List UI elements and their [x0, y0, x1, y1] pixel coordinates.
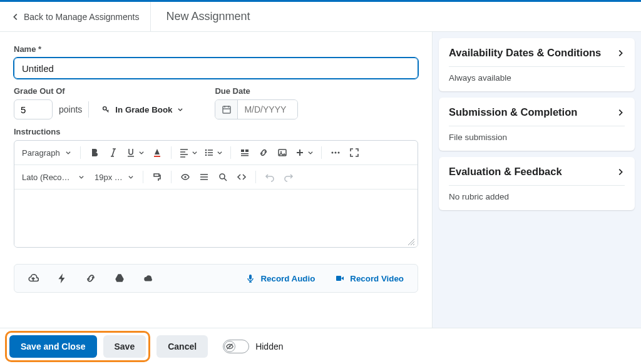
insert-icon — [240, 148, 250, 158]
availability-title: Availability Dates & Conditions — [449, 47, 601, 59]
insert-more-button[interactable] — [292, 144, 316, 161]
chevron-right-icon — [616, 108, 625, 117]
divider — [88, 101, 89, 118]
image-icon — [277, 148, 287, 158]
font-size-select[interactable]: 19px … — [90, 168, 138, 186]
editor-body[interactable] — [14, 190, 418, 247]
attach-link-button[interactable] — [82, 270, 100, 287]
footer-bar: Save and Close Save Cancel Hidden — [0, 328, 641, 364]
due-date-input[interactable] — [238, 100, 297, 119]
back-label: Back to Manage Assignments — [24, 12, 139, 22]
video-icon — [335, 273, 345, 283]
onedrive-button[interactable] — [140, 270, 157, 287]
find-replace-button[interactable] — [214, 168, 232, 186]
font-family-select[interactable]: Lato (Recom… — [17, 168, 88, 186]
image-button[interactable] — [274, 144, 291, 161]
record-video-button[interactable]: Record Video — [331, 273, 408, 284]
redo-button[interactable] — [280, 168, 297, 186]
hr-icon — [199, 172, 209, 182]
link-icon — [85, 273, 96, 284]
google-drive-icon — [114, 273, 125, 284]
rich-text-editor: Paragraph Lato (Recom… 19p — [14, 140, 418, 248]
chevron-down-icon — [307, 149, 314, 156]
google-drive-button[interactable] — [111, 270, 128, 287]
mic-icon — [245, 273, 255, 283]
format-painter-button[interactable] — [148, 168, 166, 186]
link-button[interactable] — [255, 144, 272, 161]
evaluation-status: No rubric added — [449, 192, 625, 201]
evaluation-panel[interactable]: Evaluation & Feedback No rubric added — [439, 157, 635, 210]
undo-button[interactable] — [261, 168, 279, 186]
grade-input[interactable] — [14, 99, 53, 119]
align-icon — [179, 148, 189, 158]
chevron-left-icon — [11, 13, 20, 21]
instructions-label: Instructions — [14, 127, 418, 136]
fullscreen-button[interactable] — [346, 144, 363, 161]
accessibility-check-button[interactable] — [177, 168, 194, 186]
chevron-down-icon — [65, 149, 71, 156]
chevron-down-icon — [128, 174, 134, 180]
due-date-field[interactable] — [215, 99, 298, 119]
back-to-manage-link[interactable]: Back to Manage Assignments — [0, 2, 151, 31]
calendar-icon — [215, 100, 238, 119]
submission-panel[interactable]: Submission & Completion File submission — [439, 98, 635, 151]
page-title: New Assignment — [151, 10, 265, 23]
save-button[interactable]: Save — [103, 335, 146, 358]
quicklink-button[interactable] — [53, 270, 71, 287]
chevron-right-icon — [616, 49, 625, 58]
source-code-button[interactable] — [233, 168, 250, 186]
visibility-toggle[interactable] — [223, 340, 249, 353]
visibility-label: Hidden — [255, 341, 283, 351]
key-icon — [101, 105, 110, 114]
more-icon — [331, 148, 341, 158]
italic-button[interactable] — [105, 144, 122, 161]
italic-icon — [108, 148, 118, 158]
more-actions-button[interactable] — [327, 144, 344, 161]
grade-unit: points — [59, 104, 82, 114]
font-color-button[interactable] — [148, 144, 166, 161]
align-button[interactable] — [177, 144, 200, 161]
gradebook-dropdown[interactable]: In Grade Book — [95, 99, 190, 119]
eye-slash-icon — [225, 342, 234, 351]
attachments-bar: Record Audio Record Video — [14, 264, 418, 293]
upload-button[interactable] — [24, 270, 42, 287]
assignment-form: Name * Grade Out Of points In Grade Book — [0, 32, 432, 328]
underline-icon — [126, 148, 136, 158]
cloud-upload-icon — [28, 273, 39, 284]
name-input[interactable] — [14, 58, 418, 79]
paint-icon — [152, 172, 162, 182]
availability-status: Always available — [449, 73, 625, 83]
cancel-button[interactable]: Cancel — [156, 335, 208, 358]
font-color-icon — [152, 148, 162, 158]
chevron-down-icon — [177, 106, 183, 113]
undo-icon — [265, 172, 275, 182]
chevron-down-icon — [138, 149, 145, 156]
header-bar: Back to Manage Assignments New Assignmen… — [0, 2, 641, 32]
gradebook-label: In Grade Book — [115, 105, 172, 114]
bolt-icon — [56, 273, 68, 284]
resizer-icon — [408, 238, 415, 246]
search-icon — [218, 172, 228, 182]
fullscreen-icon — [349, 148, 359, 158]
tutorial-highlight: Save and Close Save — [5, 331, 150, 362]
underline-button[interactable] — [123, 144, 147, 161]
grade-label: Grade Out Of — [14, 86, 190, 96]
chevron-down-icon — [217, 149, 223, 156]
resizer-handle[interactable] — [408, 238, 415, 246]
code-icon — [237, 172, 247, 182]
insert-stuff-button[interactable] — [236, 144, 254, 161]
redo-icon — [284, 172, 294, 182]
save-and-close-button[interactable]: Save and Close — [9, 335, 97, 358]
hr-button[interactable] — [195, 168, 213, 186]
side-panels: Availability Dates & Conditions Always a… — [432, 32, 641, 328]
due-label: Due Date — [215, 86, 298, 96]
block-format-select[interactable]: Paragraph — [17, 144, 75, 161]
eye-check-icon — [180, 172, 190, 182]
evaluation-title: Evaluation & Feedback — [449, 166, 562, 178]
list-button[interactable] — [202, 144, 225, 161]
bold-icon — [90, 148, 100, 158]
link-icon — [259, 148, 269, 158]
bold-button[interactable] — [86, 144, 103, 161]
record-audio-button[interactable]: Record Audio — [242, 273, 319, 284]
availability-panel[interactable]: Availability Dates & Conditions Always a… — [439, 38, 635, 91]
